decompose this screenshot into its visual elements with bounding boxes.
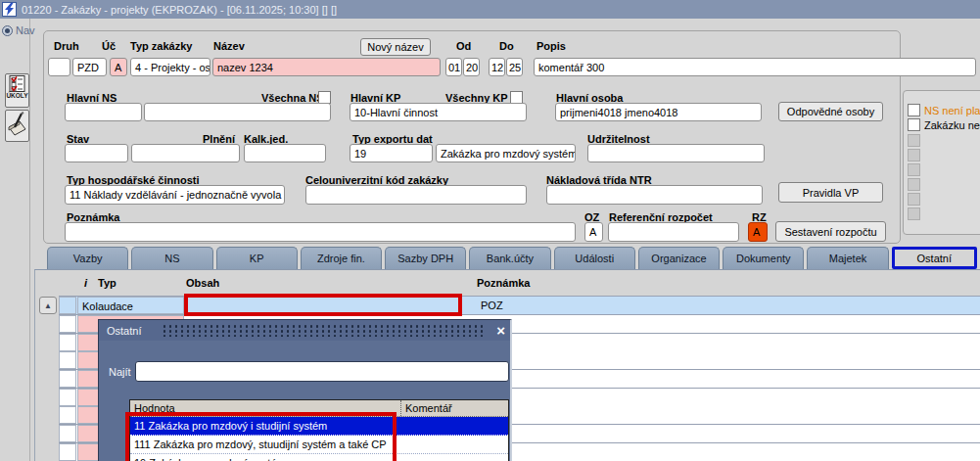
uc-field[interactable]: A (110, 58, 127, 76)
tab-udalosti[interactable]: Události (554, 247, 635, 269)
grid-cell-i[interactable] (59, 334, 76, 351)
tab-bank-ucty[interactable]: Bank.účty (469, 247, 550, 269)
flag-disabled-checkbox (908, 163, 920, 176)
flag-disabled-checkbox (908, 149, 920, 161)
grid-header-i: i (84, 277, 87, 289)
title-grip-texture (162, 324, 485, 337)
close-icon[interactable]: × (496, 320, 505, 341)
flag-disabled-checkbox (908, 178, 920, 191)
stamp-button[interactable] (5, 110, 29, 142)
grid-cell-i[interactable] (59, 351, 76, 369)
tab-zdroje-fin[interactable]: Zdroje fin. (301, 247, 382, 269)
do-label: Do (499, 40, 514, 52)
grid-row-selected[interactable]: Kolaudace POZ (59, 296, 980, 315)
ostatni-popup: Ostatní × Najít Hodnota Komentář 11 Zaká… (98, 319, 512, 461)
list-header-hodnota: Hodnota (130, 400, 400, 416)
checklist-icon (9, 75, 25, 92)
grid-header-poznamka: Poznámka (477, 277, 530, 289)
flag-disabled-checkbox (908, 207, 920, 220)
druh-flag-field[interactable] (48, 58, 70, 76)
grid-cell-i[interactable] (59, 425, 76, 442)
hlavni-kp-field[interactable]: 10-Hlavní činnost (350, 103, 527, 121)
druh-field[interactable]: PZD (72, 58, 107, 76)
flag-zakazku-checkbox[interactable] (908, 118, 920, 131)
grid-cell-i[interactable] (59, 443, 76, 461)
flag-zakazku-label: Zakázku nep (924, 119, 980, 131)
tab-ostatni[interactable]: Ostatní (892, 247, 977, 269)
grid-cell-i[interactable] (59, 389, 76, 406)
do-year-field[interactable]: 25 (506, 58, 523, 76)
druh-label: Druh (54, 40, 79, 52)
sestaveni-rozpoctu-button[interactable]: Sestavení rozpočtu (775, 221, 886, 242)
typ-hosp-field[interactable]: 11 Náklady vzdělávání - jednoznačně vyvo… (65, 185, 285, 205)
kalk-jed-field[interactable] (244, 144, 326, 162)
flag-ns-checkbox[interactable] (908, 104, 920, 116)
do-month-field[interactable]: 12 (489, 58, 505, 76)
stav-field[interactable] (65, 144, 128, 162)
tab-strip: Vazby NS KP Zdroje fin. Sazby DPH Bank.ú… (47, 247, 977, 269)
oz-field[interactable]: A (584, 222, 603, 242)
pravidla-vp-button[interactable]: Pravidla VP (778, 182, 883, 203)
popis-field[interactable]: komentář 300 (534, 58, 976, 76)
list-item[interactable]: 11 Zakázka pro mzdový i studijní systém (130, 417, 508, 436)
grid-cell-poznamka[interactable]: POZ (477, 297, 507, 314)
grid-cell-obsah[interactable] (186, 297, 470, 302)
nazev-label: Název (213, 40, 245, 52)
ukoly-button[interactable]: ÚKOLY (5, 73, 29, 108)
flag-disabled-checkbox (908, 193, 920, 206)
grid-cell-i[interactable] (59, 370, 76, 388)
grid-cell-i[interactable] (59, 297, 76, 314)
novy-nazev-button[interactable]: Nový název (360, 38, 431, 56)
tab-dokumenty[interactable]: Dokumenty (723, 247, 804, 269)
ref-rozpocet-field[interactable] (608, 222, 739, 242)
flag-disabled-checkbox (908, 134, 920, 147)
hlavni-ns-name-field[interactable] (144, 103, 331, 121)
typ-zakazky-label: Typ zakázky (130, 40, 192, 52)
tab-ns[interactable]: NS (131, 247, 212, 269)
tab-vazby[interactable]: Vazby (47, 247, 128, 269)
hlavni-ns-code-field[interactable] (65, 103, 142, 121)
grid-header-typ: Typ (98, 277, 117, 289)
nav-radio-icon (2, 25, 13, 36)
hlavni-osoba-field[interactable]: prijmeni4018 jmeno4018 (555, 103, 762, 121)
grid-cell-i[interactable] (59, 315, 76, 333)
plneni-field[interactable] (131, 144, 240, 162)
celouniv-field[interactable] (305, 185, 527, 205)
find-input[interactable] (135, 361, 509, 382)
udrzitelnost-field[interactable] (587, 144, 765, 162)
od-month-field[interactable]: 01 (445, 58, 462, 76)
tab-kp[interactable]: KP (216, 247, 298, 269)
nakladova-field[interactable] (546, 185, 763, 205)
row-up-arrow-button[interactable]: ▲ (39, 297, 57, 314)
list-item[interactable]: 19 Zakázka pro mzdový systém (130, 454, 508, 461)
flag-ns-label: NS není plat (924, 105, 980, 116)
ukoly-button-label: ÚKOLY (6, 92, 27, 99)
typ-exportu-name-field[interactable]: Zakázka pro mzdový systém (436, 144, 576, 162)
list-header: Hodnota Komentář (130, 400, 508, 417)
rz-field[interactable]: A (748, 222, 768, 242)
tab-sazby-dph[interactable]: Sazby DPH (385, 247, 466, 269)
window-title: 01220 - Zakázky - projekty (EKPROZAK) - … (22, 4, 337, 16)
nav-toggle[interactable]: Nav (2, 24, 35, 36)
odpovedne-osoby-button[interactable]: Odpovědné osoby (778, 102, 883, 121)
od-year-field[interactable]: 20 (463, 58, 480, 76)
typ-exportu-code-field[interactable]: 19 (350, 144, 433, 162)
poznamka-field[interactable] (65, 222, 576, 242)
tab-majetek[interactable]: Majetek (807, 247, 888, 269)
grid-header-obsah: Obsah (186, 277, 219, 289)
uc-label: Úč (102, 40, 116, 52)
popis-label: Popis (537, 40, 566, 52)
tab-organizace[interactable]: Organizace (638, 247, 720, 269)
stamp-icon (7, 112, 27, 138)
od-label: Od (456, 40, 471, 52)
list-item[interactable]: 111 Zakázka pro mzdový, stuudijní systém… (130, 436, 508, 454)
grid-cell-typ[interactable]: Kolaudace (77, 297, 184, 314)
grid-cell-i[interactable] (59, 406, 76, 424)
nav-label: Nav (16, 24, 35, 36)
sidebar: Nav ÚKOLY (0, 19, 30, 461)
popup-title-bar[interactable]: Ostatní × (99, 320, 510, 341)
value-list: Hodnota Komentář 11 Zakázka pro mzdový i… (129, 399, 509, 461)
typ-zakazky-field[interactable]: 4 - Projekty - os (130, 58, 210, 76)
up-arrow-icon: ▲ (44, 301, 52, 310)
nazev-field[interactable]: nazev 1234 (212, 58, 441, 76)
